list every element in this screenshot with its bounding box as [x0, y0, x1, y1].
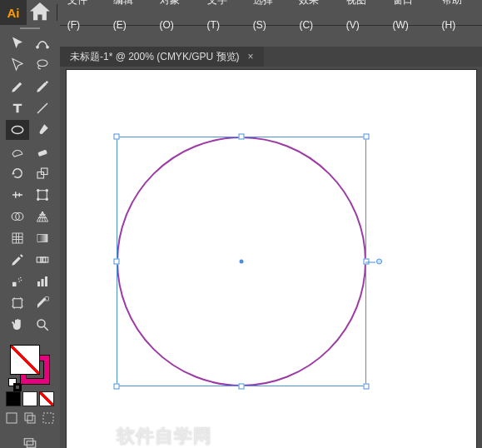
svg-rect-30 [13, 299, 22, 308]
svg-point-26 [19, 281, 21, 282]
direct-selection-tool[interactable] [6, 55, 29, 75]
svg-rect-34 [7, 413, 17, 423]
screen-mode-row [0, 434, 60, 448]
svg-point-6 [12, 127, 23, 134]
handle-top-left[interactable] [114, 134, 120, 140]
handle-bottom-mid[interactable] [239, 384, 245, 390]
curvature-tool[interactable] [31, 33, 54, 53]
svg-rect-38 [24, 439, 33, 446]
svg-rect-19 [37, 257, 42, 262]
svg-point-32 [37, 320, 45, 327]
rotate-tool[interactable] [6, 163, 29, 183]
svg-rect-28 [42, 279, 44, 286]
svg-rect-29 [45, 276, 47, 286]
color-gradient-button[interactable] [22, 391, 37, 406]
svg-rect-7 [37, 150, 47, 157]
svg-point-12 [46, 190, 47, 192]
line-tool[interactable] [31, 98, 54, 118]
app-logo[interactable]: Ai [0, 0, 27, 25]
menu-effect[interactable]: 效果(C) [292, 0, 339, 37]
pen-tool[interactable] [6, 77, 29, 97]
lasso-tool[interactable] [31, 55, 54, 75]
hand-tool[interactable] [6, 315, 29, 335]
fill-swatch[interactable] [10, 345, 40, 375]
panel-grip[interactable] [0, 25, 60, 32]
svg-rect-22 [12, 282, 17, 286]
svg-rect-37 [43, 413, 53, 423]
paintbrush-tool[interactable] [31, 120, 54, 140]
toolbox [0, 32, 60, 336]
svg-point-11 [37, 190, 39, 192]
menu-help[interactable]: 帮助(H) [435, 0, 482, 37]
menu-view[interactable]: 视图(V) [340, 0, 386, 37]
app-logo-text: Ai [7, 6, 19, 20]
color-none-button[interactable] [39, 391, 54, 406]
handle-top-mid[interactable] [239, 134, 245, 140]
watermark: 软件自学网 WWW.RJZXW.COM [117, 424, 225, 448]
svg-rect-9 [42, 168, 48, 175]
handle-bottom-right[interactable] [364, 384, 370, 390]
home-icon[interactable] [27, 0, 53, 25]
color-mode-row [0, 391, 60, 406]
selection-tool[interactable] [6, 33, 29, 53]
svg-rect-18 [37, 235, 47, 242]
perspective-grid-tool[interactable] [31, 207, 54, 226]
shape-builder-tool[interactable] [6, 207, 29, 226]
menu-file[interactable]: 文件(F) [61, 0, 107, 37]
center-point[interactable] [240, 260, 244, 264]
close-icon[interactable]: × [248, 51, 254, 62]
menu-bar: Ai 文件(F) 编辑(E) 对象(O) 文字(T) 选择(S) 效果(C) 视… [0, 0, 482, 25]
symbol-sprayer-tool[interactable] [6, 271, 29, 291]
menu-edit[interactable]: 编辑(E) [107, 0, 153, 37]
fill-stroke-swatch[interactable] [7, 341, 53, 388]
watermark-text: 软件自学网 [117, 426, 212, 446]
draw-inside-icon[interactable] [42, 411, 55, 427]
free-transform-tool[interactable] [31, 185, 54, 205]
artboard[interactable]: 软件自学网 WWW.RJZXW.COM [67, 70, 476, 448]
menu-select[interactable]: 选择(S) [246, 0, 293, 37]
menu-object[interactable]: 对象(O) [153, 0, 201, 37]
ellipse-tool[interactable] [6, 120, 29, 140]
svg-rect-17 [12, 233, 22, 243]
document-tab[interactable]: 未标题-1* @ 200% (CMYK/GPU 预览) × [60, 47, 264, 67]
menu-type[interactable]: 文字(T) [201, 0, 246, 37]
screen-mode-button[interactable] [18, 434, 42, 448]
shaper-tool[interactable] [6, 142, 29, 162]
eraser-tool[interactable] [31, 142, 54, 162]
handle-mid-left[interactable] [114, 259, 120, 265]
menu-window[interactable]: 窗口(W) [386, 0, 435, 37]
svg-point-13 [37, 198, 39, 200]
selected-object[interactable] [117, 137, 366, 386]
add-anchor-tool[interactable] [31, 77, 54, 97]
svg-rect-39 [27, 441, 36, 448]
svg-point-4 [46, 81, 48, 83]
svg-rect-27 [37, 281, 40, 286]
draw-behind-icon[interactable] [23, 411, 37, 427]
blend-tool[interactable] [31, 250, 54, 270]
toolbox-panel [0, 25, 60, 448]
artboard-tool[interactable] [6, 293, 29, 313]
slice-tool[interactable] [31, 293, 54, 313]
draw-normal-icon[interactable] [5, 411, 18, 427]
svg-point-2 [47, 46, 48, 47]
handle-top-right[interactable] [364, 134, 370, 140]
width-tool[interactable] [6, 185, 29, 205]
color-solid-button[interactable] [6, 391, 21, 406]
svg-point-1 [37, 46, 38, 47]
document-area: 未标题-1* @ 200% (CMYK/GPU 预览) × 软件自学网 WWW.… [60, 47, 482, 448]
svg-rect-35 [25, 413, 32, 421]
svg-point-24 [20, 277, 22, 279]
scale-tool[interactable] [31, 163, 54, 183]
document-tab-title: 未标题-1* @ 200% (CMYK/GPU 预览) [70, 50, 240, 64]
zoom-tool[interactable] [31, 315, 54, 335]
type-tool[interactable] [6, 98, 29, 118]
handle-bottom-left[interactable] [114, 384, 120, 390]
column-graph-tool[interactable] [31, 271, 54, 291]
gradient-tool[interactable] [31, 228, 54, 248]
draw-mode-row [0, 411, 60, 427]
pie-handle[interactable] [376, 259, 382, 265]
eyedropper-tool[interactable] [6, 250, 29, 270]
mesh-tool[interactable] [6, 228, 29, 248]
svg-point-14 [46, 198, 47, 200]
svg-rect-8 [37, 172, 44, 179]
